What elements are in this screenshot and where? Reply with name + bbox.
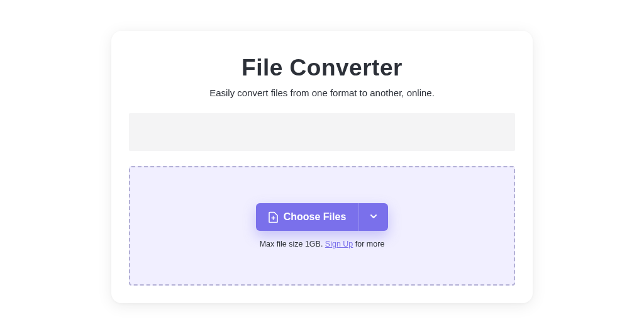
choose-files-label: Choose Files — [284, 211, 347, 223]
sign-up-link[interactable]: Sign Up — [325, 240, 353, 248]
file-dropzone[interactable]: Choose Files Max file size 1GB. Sign Up … — [129, 166, 515, 286]
choose-files-button-group: Choose Files — [256, 203, 389, 231]
hint-prefix: Max file size 1GB. — [260, 240, 325, 248]
ad-placeholder-bar — [129, 113, 515, 151]
choose-files-dropdown-button[interactable] — [359, 203, 388, 231]
chevron-down-icon — [369, 212, 378, 223]
hint-suffix: for more — [353, 240, 384, 248]
file-size-hint: Max file size 1GB. Sign Up for more — [260, 240, 385, 248]
converter-card: File Converter Easily convert files from… — [111, 31, 533, 303]
choose-files-button[interactable]: Choose Files — [256, 203, 360, 231]
page-subtitle: Easily convert files from one format to … — [209, 87, 435, 98]
page-title: File Converter — [242, 55, 402, 81]
file-add-icon — [269, 211, 279, 223]
